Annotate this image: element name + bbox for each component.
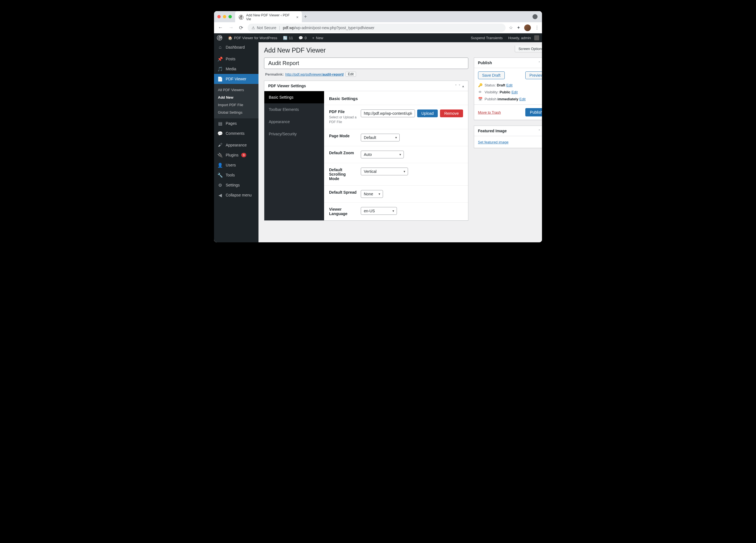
wp-logo-menu[interactable] — [214, 33, 225, 42]
panel-toggle-icon[interactable]: ▴ — [462, 84, 464, 88]
new-content-link[interactable]: +New — [309, 33, 326, 42]
bookmark-icon[interactable]: ☆ — [509, 25, 513, 30]
menu-collapse[interactable]: ◀Collapse menu — [214, 190, 258, 200]
wp-admin-bar: 🏠PDF Viewer for WordPress 🔄11 💬0 +New Su… — [214, 33, 542, 42]
pdf-file-input[interactable] — [361, 109, 415, 117]
menu-appearance[interactable]: 🖌Appearance — [214, 140, 258, 150]
publish-title: Publish — [478, 61, 492, 65]
extensions-icon[interactable]: ✦ — [517, 25, 520, 30]
panel-up-icon[interactable]: ˄ — [538, 129, 540, 133]
tab-appearance[interactable]: Appearance — [264, 116, 324, 128]
plugins-badge: 9 — [241, 153, 246, 157]
user-avatar — [534, 35, 539, 40]
menu-tools[interactable]: 🔧Tools — [214, 170, 258, 180]
collapse-icon: ◀ — [217, 192, 223, 198]
calendar-icon: 📅 — [478, 97, 483, 101]
tab-basic-settings[interactable]: Basic Settings — [264, 91, 324, 103]
submenu-all-viewers[interactable]: All PDF Viewers — [214, 86, 258, 94]
menu-settings[interactable]: ⚙Settings — [214, 180, 258, 190]
settings-icon: ⚙ — [217, 182, 223, 188]
window-minimize-button[interactable] — [223, 15, 226, 18]
eye-icon: 👁 — [478, 90, 483, 94]
featured-title: Featured Image — [478, 129, 507, 133]
plus-icon: + — [312, 36, 314, 40]
browser-tab-bar: Add New PDF Viewer ‹ PDF Vie × + — [214, 11, 542, 22]
menu-pages[interactable]: ▤Pages — [214, 118, 258, 128]
label-default-zoom: Default Zoom — [329, 151, 357, 155]
edit-visibility-link[interactable]: Edit — [511, 90, 518, 94]
desc-pdf-file: Select or Upload a PDF File — [329, 115, 357, 124]
panel-up-icon[interactable]: ˄ — [455, 84, 457, 88]
tab-toolbar-elements[interactable]: Toolbar Elements — [264, 103, 324, 116]
post-title-input[interactable] — [264, 58, 468, 69]
howdy-link[interactable]: Howdy, admin — [506, 33, 542, 42]
submenu-global[interactable]: Global Settings — [214, 109, 258, 116]
dashboard-icon: ⌂ — [217, 44, 223, 50]
publish-box: Publish ˄ ˅ ▴ Save Draft Preview — [474, 58, 542, 120]
save-draft-button[interactable]: Save Draft — [478, 71, 505, 79]
set-featured-image-link[interactable]: Set featured image — [478, 140, 509, 144]
window-maximize-button[interactable] — [228, 15, 232, 18]
reload-button[interactable]: ⟳ — [238, 25, 244, 31]
permalink-edit-button[interactable]: Edit — [345, 72, 356, 77]
pdf-icon: 📄 — [217, 76, 223, 82]
permalink-label: Permalink: — [265, 72, 283, 76]
menu-dashboard[interactable]: ⌂Dashboard — [214, 42, 258, 52]
menu-media[interactable]: 🎵Media — [214, 64, 258, 74]
permalink-link[interactable]: http://pdf.wp/pdfviewer/audit-report/ — [285, 72, 344, 76]
page-mode-select[interactable]: Default — [361, 134, 400, 141]
page-heading: Add New PDF Viewer — [258, 42, 542, 58]
back-button[interactable]: ← — [217, 25, 224, 31]
security-indicator[interactable]: ⚠ Not Secure — [252, 26, 276, 30]
brush-icon: 🖌 — [217, 142, 223, 148]
menu-posts[interactable]: 📌Posts — [214, 54, 258, 64]
plugin-icon: 🔌 — [217, 152, 223, 158]
address-bar[interactable]: ⚠ Not Secure | pdf.wp/wp-admin/post-new.… — [248, 24, 506, 32]
settings-postbox: PDF Viewer Settings ˄ ˅ ▴ Basic Settings… — [264, 81, 468, 221]
browser-tab[interactable]: Add New PDF Viewer ‹ PDF Vie × — [235, 11, 302, 23]
forward-button[interactable]: → — [227, 25, 235, 31]
close-tab-icon[interactable]: × — [296, 15, 299, 19]
submenu-import[interactable]: Import PDF File — [214, 101, 258, 109]
edit-schedule-link[interactable]: Edit — [519, 97, 526, 101]
default-zoom-select[interactable]: Auto — [361, 151, 404, 158]
updates-link[interactable]: 🔄11 — [280, 33, 296, 42]
label-viewer-language: Viewer Language — [329, 207, 357, 216]
profile-indicator-icon[interactable] — [533, 14, 538, 19]
viewer-language-select[interactable]: en-US — [361, 207, 397, 215]
permalink-row: Permalink: http://pdf.wp/pdfviewer/audit… — [264, 69, 468, 81]
comments-link[interactable]: 💬0 — [296, 33, 309, 42]
menu-comments[interactable]: 💬Comments — [214, 128, 258, 138]
pin-icon: 📌 — [217, 56, 223, 62]
move-to-trash-link[interactable]: Move to Trash — [478, 110, 501, 114]
publish-button[interactable]: Publish — [525, 108, 542, 116]
default-spread-select[interactable]: None — [361, 190, 383, 198]
key-icon: 🔑 — [478, 83, 483, 87]
scrolling-mode-select[interactable]: Vertical — [361, 168, 408, 175]
window-close-button[interactable] — [217, 15, 221, 18]
warning-icon: ⚠ — [252, 26, 255, 30]
menu-pdf-viewer[interactable]: 📄PDF Viewer — [214, 74, 258, 84]
tools-icon: 🔧 — [217, 172, 223, 178]
menu-users[interactable]: 👤Users — [214, 160, 258, 170]
panel-up-icon[interactable]: ˄ — [538, 61, 540, 65]
label-pdf-file: PDF File — [329, 109, 357, 114]
browser-toolbar: ← → ⟳ ⚠ Not Secure | pdf.wp/wp-admin/pos… — [214, 22, 542, 33]
suspend-transients-link[interactable]: Suspend Transients — [468, 33, 506, 42]
panel-down-icon[interactable]: ˅ — [459, 84, 461, 88]
screen-options-toggle[interactable]: Screen Options ▼ — [515, 46, 542, 52]
submenu-add-new[interactable]: Add New — [214, 94, 258, 101]
edit-status-link[interactable]: Edit — [506, 83, 513, 87]
preview-button[interactable]: Preview — [525, 71, 542, 79]
site-name-link[interactable]: 🏠PDF Viewer for WordPress — [225, 33, 280, 42]
remove-button[interactable]: Remove — [440, 109, 463, 117]
wordpress-icon — [238, 14, 244, 20]
upload-button[interactable]: Upload — [417, 109, 438, 117]
featured-image-box: Featured Image ˄ ˅ ▴ Set featured image — [474, 126, 542, 148]
label-default-spread: Default Spread — [329, 190, 357, 195]
menu-plugins[interactable]: 🔌Plugins9 — [214, 150, 258, 160]
chrome-avatar[interactable] — [524, 24, 531, 31]
tab-privacy[interactable]: Privacy/Security — [264, 128, 324, 140]
chrome-menu-icon[interactable]: ⋮ — [535, 25, 539, 30]
new-tab-button[interactable]: + — [304, 14, 307, 20]
